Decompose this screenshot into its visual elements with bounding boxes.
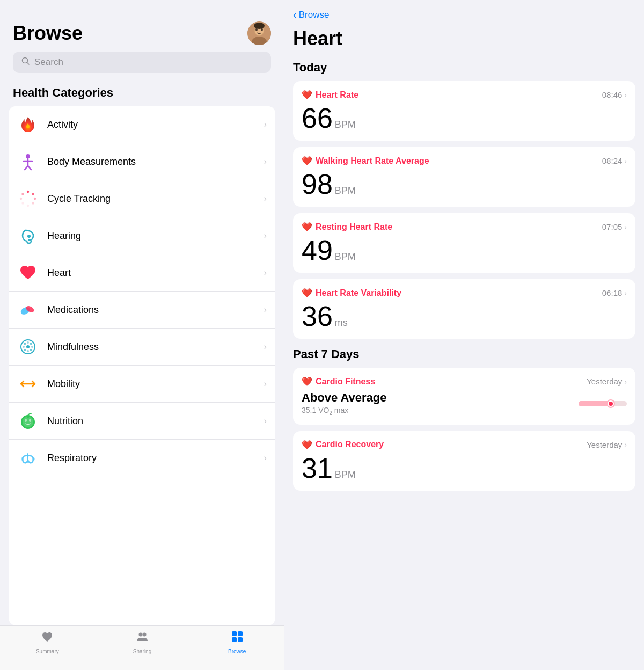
resting-heart-rate-unit: BPM xyxy=(335,251,356,263)
avatar-image xyxy=(247,21,271,45)
health-categories-label: Health Categories xyxy=(0,82,284,106)
browse-tab-icon xyxy=(231,630,244,646)
summary-tab-icon xyxy=(41,630,54,646)
resting-heart-rate-value: 49 xyxy=(302,236,333,264)
category-name-nutrition: Nutrition xyxy=(47,416,264,427)
right-panel: ‹ Browse Heart Today ❤️ Heart Rate 08:46… xyxy=(284,0,644,670)
tab-browse[interactable]: Browse xyxy=(189,630,284,654)
search-bar[interactable]: Search xyxy=(13,52,271,73)
body-chevron: › xyxy=(264,157,267,166)
category-item-activity[interactable]: Activity › xyxy=(9,106,275,143)
svg-line-13 xyxy=(28,166,31,170)
category-name-activity: Activity xyxy=(47,119,264,130)
hrv-value: 36 xyxy=(302,302,333,330)
heart-chevron: › xyxy=(264,268,267,278)
tab-bar: Summary Sharing xyxy=(0,625,284,670)
category-item-mindfulness[interactable]: Mindfulness › xyxy=(9,329,275,366)
tab-summary[interactable]: Summary xyxy=(0,630,95,654)
svg-rect-45 xyxy=(232,631,237,636)
category-item-body[interactable]: Body Measurements › xyxy=(9,143,275,180)
category-name-mobility: Mobility xyxy=(47,378,264,390)
svg-rect-47 xyxy=(232,637,237,642)
category-name-mindfulness: Mindfulness xyxy=(47,341,264,353)
heart-rate-title: Heart Rate xyxy=(316,90,358,100)
heart-category-icon xyxy=(17,262,39,283)
category-item-heart[interactable]: Heart › xyxy=(9,254,275,292)
cardio-recovery-heart-icon: ❤️ xyxy=(302,440,312,450)
category-item-cycle[interactable]: Cycle Tracking › xyxy=(9,180,275,217)
sharing-tab-label: Sharing xyxy=(133,649,151,654)
svg-line-8 xyxy=(27,63,30,65)
svg-point-41 xyxy=(21,457,24,461)
search-icon xyxy=(21,57,30,68)
resting-heart-rate-time: 07:05 › xyxy=(602,222,627,231)
heart-rate-time: 08:46 › xyxy=(602,90,627,99)
category-item-medications[interactable]: Medications › xyxy=(9,292,275,329)
heart-rate-unit: BPM xyxy=(335,119,356,130)
resting-heart-icon: ❤️ xyxy=(302,222,312,232)
right-panel-title: Heart xyxy=(293,25,635,59)
svg-point-31 xyxy=(30,349,32,351)
medications-icon xyxy=(17,299,39,321)
nutrition-icon xyxy=(17,410,39,432)
category-name-body: Body Measurements xyxy=(47,156,264,168)
cardio-recovery-time: Yesterday › xyxy=(587,440,627,449)
category-item-respiratory[interactable]: Respiratory › xyxy=(9,440,275,476)
hrv-card[interactable]: ❤️ Heart Rate Variability 06:18 › 36 ms xyxy=(293,279,635,339)
hearing-chevron: › xyxy=(264,231,267,241)
cardio-fitness-card[interactable]: ❤️ Cardio Fitness Yesterday › Above Aver… xyxy=(293,368,635,425)
category-name-hearing: Hearing xyxy=(47,230,264,242)
svg-rect-46 xyxy=(238,631,243,636)
svg-point-21 xyxy=(21,193,24,195)
walking-heart-rate-title: Walking Heart Rate Average xyxy=(316,156,429,166)
svg-line-12 xyxy=(25,166,28,170)
svg-point-18 xyxy=(27,205,29,207)
search-placeholder: Search xyxy=(34,57,63,68)
category-item-mobility[interactable]: Mobility › xyxy=(9,366,275,403)
svg-point-6 xyxy=(254,23,265,29)
cardio-recovery-unit: BPM xyxy=(335,469,356,480)
category-name-medications: Medications xyxy=(47,304,264,316)
walking-heart-icon: ❤️ xyxy=(302,156,312,166)
back-button[interactable]: ‹ Browse xyxy=(293,0,635,25)
category-item-hearing[interactable]: Hearing › xyxy=(9,217,275,254)
walking-heart-rate-unit: BPM xyxy=(335,185,356,196)
heart-rate-heart-icon: ❤️ xyxy=(302,90,312,100)
svg-point-38 xyxy=(25,419,27,422)
category-name-cycle: Cycle Tracking xyxy=(47,193,264,205)
category-item-nutrition[interactable]: Nutrition › xyxy=(9,403,275,440)
svg-point-28 xyxy=(23,346,25,348)
cardio-recovery-value: 31 xyxy=(302,454,333,482)
svg-point-14 xyxy=(27,191,29,193)
svg-point-17 xyxy=(32,202,34,204)
browse-title: Browse xyxy=(13,22,83,45)
heart-rate-value: 66 xyxy=(302,104,333,132)
svg-point-32 xyxy=(30,343,32,345)
summary-tab-label: Summary xyxy=(36,649,59,654)
svg-rect-50 xyxy=(579,401,611,406)
heart-rate-card[interactable]: ❤️ Heart Rate 08:46 › 66 BPM xyxy=(293,81,635,141)
svg-point-52 xyxy=(609,402,613,406)
svg-rect-48 xyxy=(238,637,243,642)
today-section-label: Today xyxy=(293,59,635,81)
back-chevron-icon: ‹ xyxy=(293,9,297,21)
mindfulness-chevron: › xyxy=(264,342,267,352)
browse-tab-label: Browse xyxy=(228,649,246,654)
hearing-icon xyxy=(17,225,39,246)
back-label: Browse xyxy=(299,10,330,20)
tab-sharing[interactable]: Sharing xyxy=(95,630,190,654)
activity-chevron: › xyxy=(264,120,267,129)
cardio-fitness-title: Cardio Fitness xyxy=(316,377,375,387)
avatar[interactable] xyxy=(247,21,271,45)
cardio-fitness-heart-icon: ❤️ xyxy=(302,376,312,387)
cardio-recovery-card[interactable]: ❤️ Cardio Recovery Yesterday › 31 BPM xyxy=(293,431,635,491)
svg-point-26 xyxy=(27,341,29,344)
resting-heart-rate-card[interactable]: ❤️ Resting Heart Rate 07:05 › 49 BPM xyxy=(293,213,635,273)
walking-heart-rate-card[interactable]: ❤️ Walking Heart Rate Average 08:24 › 98… xyxy=(293,147,635,207)
cardio-recovery-title: Cardio Recovery xyxy=(316,440,384,449)
svg-point-42 xyxy=(32,457,35,461)
svg-point-19 xyxy=(21,202,24,204)
respiratory-chevron: › xyxy=(264,453,267,463)
medications-chevron: › xyxy=(264,305,267,315)
svg-point-27 xyxy=(27,350,29,352)
